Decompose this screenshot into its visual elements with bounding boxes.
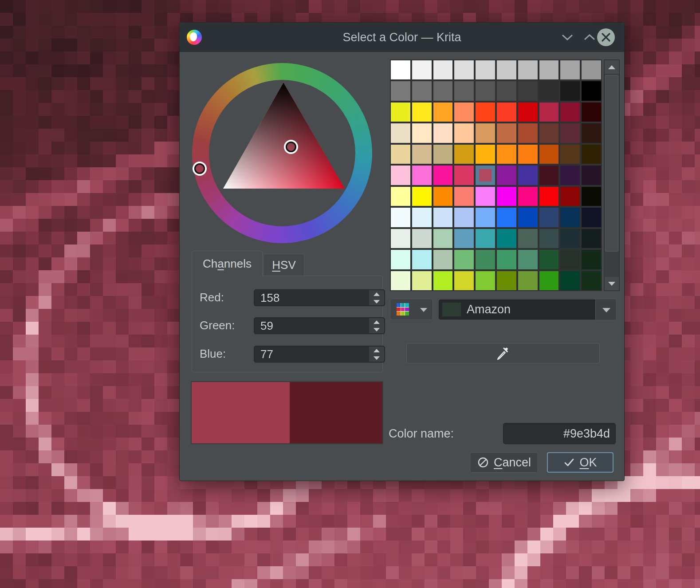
palette-swatch[interactable] (391, 208, 410, 227)
palette-swatch[interactable] (433, 208, 453, 227)
palette-swatch[interactable] (560, 60, 580, 79)
palette-swatch[interactable] (391, 145, 410, 164)
dialog-titlebar[interactable]: Select a Color — Krita (180, 23, 624, 52)
window-minimize-button[interactable] (560, 31, 575, 44)
palette-swatch[interactable] (582, 145, 601, 164)
palette-swatch[interactable] (476, 187, 495, 206)
palette-swatch[interactable] (454, 208, 474, 227)
palette-swatch[interactable] (454, 229, 474, 248)
palette-swatch[interactable] (476, 145, 495, 164)
palette-swatch[interactable] (433, 187, 453, 206)
palette-swatch[interactable] (539, 271, 559, 290)
palette-swatch[interactable] (560, 123, 580, 142)
red-spin-up[interactable] (369, 290, 384, 298)
palette-swatch[interactable] (476, 250, 495, 269)
palette-swatch[interactable] (560, 208, 580, 227)
palette-swatch[interactable] (518, 166, 538, 185)
palette-swatch[interactable] (582, 187, 601, 206)
palette-swatch[interactable] (582, 271, 601, 290)
green-spin-up[interactable] (369, 318, 384, 326)
palette-swatch[interactable] (518, 208, 538, 227)
tab-hsv[interactable]: HSV (263, 254, 304, 276)
palette-swatch[interactable] (539, 166, 559, 185)
palette-swatch[interactable] (433, 145, 453, 164)
palette-swatch[interactable] (560, 229, 580, 248)
palette-swatch[interactable] (412, 123, 432, 142)
palette-swatch[interactable] (433, 250, 453, 269)
palette-swatch[interactable] (476, 229, 495, 248)
palette-swatch[interactable] (454, 123, 474, 142)
palette-swatch[interactable] (539, 250, 559, 269)
palette-swatch[interactable] (412, 271, 432, 290)
palette-swatch[interactable] (582, 123, 601, 142)
palette-swatch[interactable] (433, 123, 453, 142)
palette-swatch[interactable] (582, 250, 601, 269)
palette-swatch[interactable] (582, 60, 601, 79)
palette-swatch[interactable] (497, 145, 516, 164)
palette-swatch[interactable] (391, 81, 410, 100)
palette-swatch[interactable] (412, 250, 432, 269)
palette-swatch[interactable] (560, 187, 580, 206)
palette-swatch[interactable] (582, 166, 601, 185)
window-close-button[interactable] (597, 28, 615, 46)
hue-ring[interactable] (192, 63, 372, 243)
palette-swatch[interactable] (497, 250, 516, 269)
palette-scrollbar[interactable] (604, 59, 620, 291)
palette-swatch[interactable] (497, 166, 516, 185)
palette-swatch[interactable] (391, 229, 410, 248)
palette-swatch[interactable] (560, 250, 580, 269)
palette-select-combo[interactable]: Amazon (439, 300, 616, 320)
palette-swatch[interactable] (433, 60, 453, 79)
palette-swatch[interactable] (412, 81, 432, 100)
palette-swatch[interactable] (518, 123, 538, 142)
palette-swatch[interactable] (518, 187, 538, 206)
palette-swatch[interactable] (497, 187, 516, 206)
cancel-button[interactable]: Cancel (470, 452, 538, 473)
tab-channels[interactable]: Channels (192, 251, 263, 276)
palette-swatch[interactable] (476, 271, 495, 290)
palette-swatch[interactable] (454, 81, 474, 100)
palette-swatch[interactable] (391, 250, 410, 269)
palette-swatch[interactable] (518, 229, 538, 248)
palette-swatch[interactable] (476, 60, 495, 79)
palette-swatch[interactable] (476, 208, 495, 227)
palette-swatch[interactable] (391, 60, 410, 79)
palette-swatch[interactable] (412, 60, 432, 79)
palette-swatch[interactable] (391, 271, 410, 290)
palette-swatch[interactable] (433, 271, 453, 290)
palette-swatch[interactable] (539, 81, 559, 100)
palette-swatch[interactable] (539, 229, 559, 248)
palette-swatch[interactable] (433, 81, 453, 100)
scroll-up-button[interactable] (605, 60, 619, 74)
palette-swatch[interactable] (454, 103, 474, 122)
palette-swatch[interactable] (412, 103, 432, 122)
palette-swatch[interactable] (518, 145, 538, 164)
palette-swatch[interactable] (518, 103, 538, 122)
palette-swatch[interactable] (518, 250, 538, 269)
palette-swatch[interactable] (497, 229, 516, 248)
palette-swatch[interactable] (412, 229, 432, 248)
palette-swatch[interactable] (539, 187, 559, 206)
palette-swatch[interactable] (476, 81, 495, 100)
palette-swatch[interactable] (539, 123, 559, 142)
palette-swatch[interactable] (560, 271, 580, 290)
green-input[interactable] (254, 318, 370, 334)
palette-swatch[interactable] (433, 103, 453, 122)
palette-swatch[interactable] (518, 81, 538, 100)
palette-swatch[interactable] (560, 103, 580, 122)
palette-swatch[interactable] (582, 103, 601, 122)
red-input[interactable] (254, 290, 370, 306)
palette-swatch[interactable] (391, 166, 410, 185)
palette-swatch[interactable] (560, 145, 580, 164)
palette-swatch[interactable] (454, 60, 474, 79)
palette-tool-button[interactable] (390, 299, 433, 320)
palette-swatch[interactable] (412, 208, 432, 227)
blue-spin-up[interactable] (369, 347, 384, 354)
palette-swatch[interactable] (476, 166, 495, 185)
palette-swatch[interactable] (582, 208, 601, 227)
palette-swatch[interactable] (412, 166, 432, 185)
palette-swatch[interactable] (497, 81, 516, 100)
palette-swatch[interactable] (539, 103, 559, 122)
palette-swatch[interactable] (476, 103, 495, 122)
palette-swatch[interactable] (433, 166, 453, 185)
